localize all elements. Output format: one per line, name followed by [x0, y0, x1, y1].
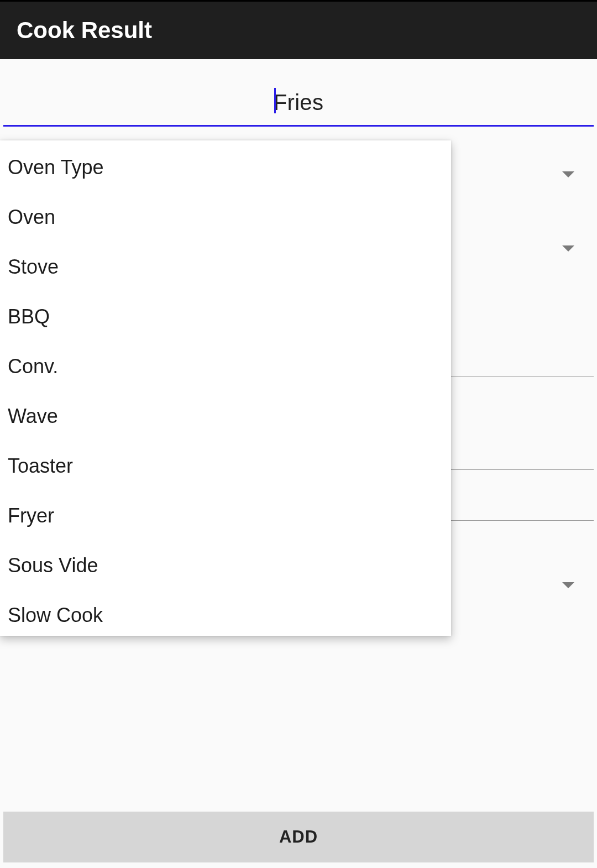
- svg-marker-2: [562, 582, 574, 588]
- chevron-down-icon: [562, 245, 574, 252]
- add-button[interactable]: ADD: [3, 812, 594, 862]
- menu-item-oven-type[interactable]: Oven Type: [0, 143, 451, 192]
- chevron-down-icon: [562, 582, 574, 589]
- oven-type-dropdown-menu: Oven Type Oven Stove BBQ Conv. Wave Toas…: [0, 140, 451, 636]
- menu-item-conv[interactable]: Conv.: [0, 342, 451, 391]
- chevron-down-icon: [562, 171, 574, 178]
- page-title: Cook Result: [17, 17, 152, 44]
- menu-item-fryer[interactable]: Fryer: [0, 491, 451, 541]
- menu-item-oven[interactable]: Oven: [0, 192, 451, 242]
- app-bar: Cook Result: [0, 2, 597, 59]
- menu-item-toaster[interactable]: Toaster: [0, 441, 451, 491]
- menu-item-bbq[interactable]: BBQ: [0, 292, 451, 342]
- menu-item-sous-vide[interactable]: Sous Vide: [0, 541, 451, 590]
- svg-marker-0: [562, 171, 574, 177]
- menu-item-wave[interactable]: Wave: [0, 391, 451, 441]
- item-name-input[interactable]: [3, 79, 594, 127]
- menu-item-slow-cook[interactable]: Slow Cook: [0, 590, 451, 636]
- svg-marker-1: [562, 245, 574, 252]
- item-name-field[interactable]: [3, 79, 594, 127]
- menu-item-stove[interactable]: Stove: [0, 242, 451, 292]
- text-caret: [274, 88, 276, 113]
